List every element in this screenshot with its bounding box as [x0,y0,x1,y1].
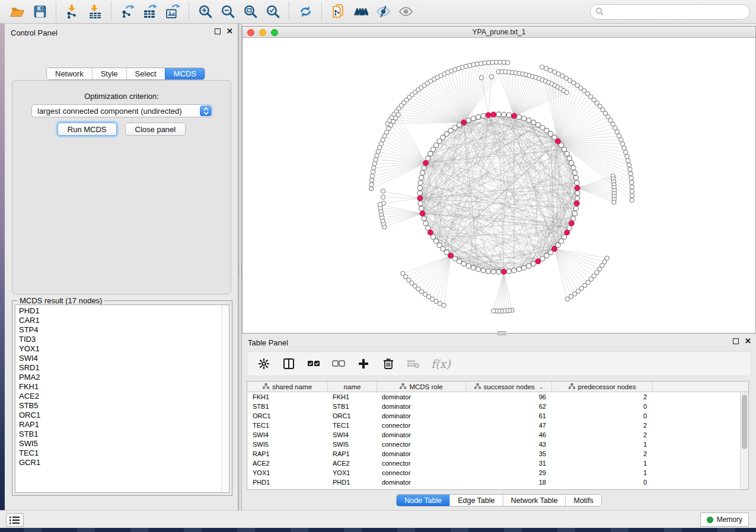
close-panel-icon[interactable]: ✕ [227,28,233,34]
binoculars-button[interactable] [349,2,372,22]
mcds-result-list[interactable]: PHD1CAR1STP4TID3YOX1SWI4SRD1PMA2FKH1ACE2… [15,305,229,493]
save-session-button[interactable] [28,2,51,22]
tab-network-table[interactable]: Network Table [503,495,566,506]
mcds-result-item[interactable]: FKH1 [19,382,219,392]
table-row[interactable]: YOX1YOX1connector291 [247,468,740,477]
tab-select[interactable]: Select [126,68,165,79]
zoom-in-button[interactable] [194,2,216,22]
zoom-fit-button[interactable] [239,2,261,22]
memory-button[interactable]: Memory [700,512,749,527]
delete-column-button[interactable] [381,357,395,371]
column-header[interactable]: MCDS role [377,382,466,392]
mcds-result-item[interactable]: STB1 [19,430,219,439]
open-session-button[interactable] [6,2,28,22]
show-columns-button[interactable] [282,357,296,371]
mcds-result-item[interactable]: PHD1 [19,306,219,316]
show-details-button[interactable] [394,2,417,22]
tab-mcds[interactable]: MCDS [165,68,205,79]
float-panel-icon[interactable] [215,28,221,34]
close-window-icon[interactable] [247,29,254,36]
refresh-button[interactable] [294,2,317,22]
table-row[interactable]: ACE2ACE2connector311 [247,459,740,468]
column-header[interactable]: shared name [247,382,328,392]
mcds-result-item[interactable]: GCR1 [19,458,219,467]
mcds-result-item[interactable]: TEC1 [19,448,219,458]
dominator-node[interactable] [461,120,467,125]
mcds-result-item[interactable]: YOX1 [19,344,219,354]
tab-network[interactable]: Network [47,68,92,79]
table-settings-button[interactable] [257,357,271,371]
task-history-button[interactable] [6,513,24,527]
import-network-button[interactable] [61,2,84,22]
dominator-node[interactable] [420,211,425,216]
close-panel-button[interactable]: Close panel [125,123,186,136]
table-row[interactable]: FKH1FKH1dominator962 [247,392,740,402]
dominator-node[interactable] [501,269,506,274]
mcds-result-item[interactable]: SWI4 [19,354,219,363]
dominator-node[interactable] [556,139,561,144]
table-row[interactable]: PHD1PHD1dominator180 [247,477,740,487]
tab-style[interactable]: Style [92,68,126,79]
mcds-result-item[interactable]: TID3 [19,335,219,344]
mcds-result-item[interactable]: SRD1 [19,363,219,373]
column-header[interactable]: name [328,382,377,392]
dominator-node[interactable] [535,259,541,264]
mcds-result-item[interactable]: PMA2 [19,373,219,382]
delete-table-button[interactable] [406,357,420,371]
criterion-dropdown[interactable]: largest connected component (undirected) [31,104,213,117]
table-row[interactable]: SWI5SWI5connector431 [247,440,740,449]
minimize-window-icon[interactable] [259,29,266,36]
dominator-node[interactable] [569,220,574,226]
table-row[interactable]: RAP1RAP1dominator352 [247,449,740,459]
table-row[interactable]: SWI4SWI4dominator462 [247,430,740,440]
unselect-all-button[interactable] [331,357,346,371]
share-documents-button[interactable] [327,2,349,22]
dominator-node[interactable] [417,196,423,201]
dominator-node[interactable] [574,201,579,206]
mcds-result-item[interactable]: SWI5 [19,439,219,448]
hide-details-button[interactable] [372,2,394,22]
table-row[interactable]: ORC1ORC1dominator610 [247,411,740,421]
tab-node-table[interactable]: Node Table [397,495,449,506]
mcds-result-item[interactable]: ORC1 [19,411,219,420]
export-table-button[interactable] [139,2,161,22]
mcds-result-item[interactable]: STP4 [19,325,219,335]
dominator-node[interactable] [552,246,557,252]
table-scrollbar[interactable] [740,392,748,489]
table-row[interactable]: TEC1TEC1connector472 [247,421,740,430]
tab-motifs[interactable]: Motifs [565,495,601,506]
mcds-result-item[interactable]: RAP1 [19,420,219,430]
zoom-selected-button[interactable] [261,2,284,22]
table-scrollbar-thumb[interactable] [742,395,747,449]
zoom-out-button[interactable] [216,2,239,22]
mcds-list-scrollbar[interactable] [221,305,229,492]
dominator-node[interactable] [575,185,580,191]
function-builder-button[interactable]: f(x) [431,357,451,370]
column-header[interactable]: successor nodes⌄ [466,382,552,392]
dominator-node[interactable] [428,230,433,235]
select-all-button[interactable] [307,357,321,371]
dominator-node[interactable] [512,113,517,118]
mcds-result-item[interactable]: ACE2 [19,392,219,401]
network-window-titlebar[interactable]: YPA_prune.txt_1 [243,27,755,38]
horizontal-splitter-grip[interactable] [497,331,506,335]
dominator-node[interactable] [486,113,491,118]
maximize-window-icon[interactable] [271,29,278,36]
network-canvas[interactable] [243,38,755,333]
dominator-node[interactable] [491,112,496,117]
export-network-button[interactable] [116,2,139,22]
run-mcds-button[interactable]: Run MCDS [58,123,117,136]
import-table-button[interactable] [84,2,106,22]
mcds-result-item[interactable]: STB5 [19,401,219,411]
search-input[interactable] [590,4,750,20]
close-table-panel-icon[interactable]: ✕ [745,338,751,344]
splitter-grip[interactable] [239,264,241,277]
export-image-button[interactable] [161,2,184,22]
mcds-result-item[interactable]: CAR1 [19,316,219,325]
table-row[interactable]: STB1STB1dominator620 [247,402,740,411]
tab-edge-table[interactable]: Edge Table [449,495,502,506]
dominator-node[interactable] [564,230,570,235]
float-table-panel-icon[interactable] [733,338,739,344]
column-header[interactable]: predecessor nodes [552,382,653,392]
dominator-node[interactable] [448,253,454,258]
